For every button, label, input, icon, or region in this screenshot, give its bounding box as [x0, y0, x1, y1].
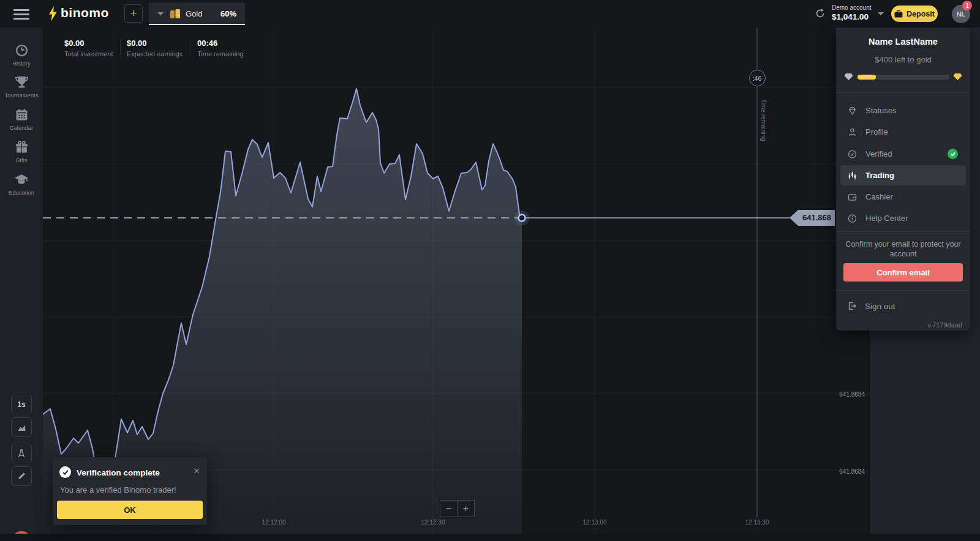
menu-hamburger-icon[interactable] [13, 9, 29, 22]
binomo-logo: binomo [61, 6, 109, 20]
bottom-strip [0, 534, 980, 541]
binomo-trading-app: 12:11:30 12:12:00 12:12:30 12:13:00 12:1… [0, 0, 980, 541]
sign-out-button[interactable]: Sign out [847, 301, 895, 311]
asset-name: Gold [186, 9, 202, 18]
menu-item-cashier[interactable]: Cashier [840, 187, 966, 207]
y-axis-label: 641.8684 [809, 391, 865, 398]
gold-progress-bar [858, 75, 949, 80]
check-circle-icon [59, 466, 71, 478]
menu-item-label: Statuses [865, 106, 897, 115]
stat-value: 00:46 [197, 39, 243, 48]
verification-toast: Verification complete × You are a verifi… [53, 457, 207, 525]
panel-divider [836, 92, 970, 93]
zoom-in-button[interactable]: + [457, 500, 475, 517]
asset-tab-gold[interactable]: Gold 60% [149, 2, 245, 25]
compass-icon [17, 449, 26, 458]
x-axis-label: 12:12:00 [262, 519, 286, 526]
chevron-down-icon[interactable] [157, 12, 164, 15]
toast-message: You are a verified Binomo trader! [60, 485, 176, 494]
current-price-tag: 641.868 [790, 210, 835, 226]
sign-out-label: Sign out [865, 302, 895, 311]
wallet-icon [894, 10, 903, 18]
menu-item-profile[interactable]: Profile [840, 122, 966, 142]
sign-out-icon [847, 301, 857, 311]
notification-count-badge: 1 [962, 1, 972, 10]
sidebar-item-education[interactable]: Education [0, 173, 43, 196]
top-bar: binomo + Gold 60% Demo account $1,041.00 [0, 0, 980, 28]
menu-item-help-center[interactable]: Help Center [840, 208, 966, 228]
account-switcher[interactable]: Demo account $1,041.00 [832, 4, 871, 21]
deposit-button[interactable]: Deposit [891, 6, 938, 22]
menu-item-statuses[interactable]: Statuses [840, 100, 966, 121]
account-type: Demo account [832, 4, 871, 11]
binomo-bolt-icon [48, 6, 58, 21]
indicators-button[interactable] [11, 444, 32, 463]
sidebar-item-label: Tournaments [5, 92, 39, 99]
stat-divider [190, 39, 191, 58]
menu-item-verified[interactable]: Verified [840, 144, 966, 164]
zoom-out-button[interactable]: − [440, 500, 458, 517]
time-remaining-axis-label: Time remaining [760, 99, 767, 141]
asset-payout: 60% [221, 9, 236, 18]
menu-item-label: Profile [865, 127, 888, 136]
sidebar-item-calendar[interactable]: Calendar [0, 108, 43, 131]
active-tab-underline [149, 24, 245, 25]
gem-icon [847, 106, 858, 116]
sidebar-item-label: Calendar [10, 124, 34, 131]
stat-value: $0.00 [127, 39, 183, 48]
history-clock-icon [15, 43, 29, 58]
gift-icon [15, 140, 29, 154]
verified-badge-icon [948, 149, 958, 159]
account-chevron-down-icon[interactable] [878, 12, 884, 15]
close-icon[interactable]: × [194, 465, 200, 477]
current-point-marker [519, 215, 526, 222]
account-balance: $1,041.00 [832, 12, 871, 21]
deposit-label: Deposit [907, 10, 935, 18]
panel-divider [836, 290, 970, 291]
stat-label: Total investment [64, 50, 113, 58]
area-chart-icon [17, 422, 27, 432]
sidebar-item-gifts[interactable]: Gifts [0, 140, 43, 163]
chart-type-button[interactable] [11, 417, 32, 437]
gold-progress-note: $400 left to gold [836, 55, 970, 64]
gold-diamond-icon [953, 73, 962, 81]
user-menu-panel: Name LastName $400 left to gold Statuses… [836, 28, 970, 330]
gold-bars-icon [170, 9, 181, 19]
stat-divider [120, 39, 121, 58]
wallet-outline-icon [847, 192, 858, 202]
menu-item-trading[interactable]: Trading [840, 165, 966, 185]
user-full-name: Name LastName [836, 37, 970, 47]
x-axis-label: 12:13:30 [745, 519, 769, 526]
person-icon [847, 127, 858, 137]
info-circle-icon [847, 214, 858, 223]
x-axis-label: 12:13:00 [583, 519, 607, 526]
menu-item-label: Help Center [865, 214, 908, 223]
stat-total-investment: $0.00 Total investment [64, 39, 113, 58]
timeframe-button[interactable]: 1s [11, 395, 32, 414]
menu-item-label: Trading [865, 171, 894, 180]
graduation-cap-icon [14, 173, 29, 187]
gold-progress-fill [858, 75, 876, 80]
silver-diamond-icon [844, 73, 853, 81]
toast-title: Verification complete [77, 468, 160, 477]
menu-item-label: Verified [865, 149, 892, 159]
sidebar-item-label: Education [9, 189, 34, 196]
sidebar-item-history[interactable]: History [0, 43, 43, 67]
stat-expected-earnings: $0.00 Expected earnings [127, 39, 183, 58]
add-asset-tab-button[interactable]: + [124, 4, 143, 23]
panel-divider [836, 231, 970, 232]
drawing-tools-button[interactable] [11, 466, 32, 486]
refresh-account-icon[interactable] [815, 8, 826, 19]
candlestick-icon [847, 171, 858, 181]
check-circle-outline-icon [847, 149, 858, 159]
toast-ok-button[interactable]: OK [57, 501, 203, 519]
sidebar-item-label: Gifts [15, 157, 28, 163]
sidebar-item-label: History [12, 60, 31, 67]
stat-value: $0.00 [64, 39, 113, 48]
stat-label: Time remaining [197, 50, 243, 58]
confirm-email-button[interactable]: Confirm email [843, 263, 963, 282]
left-sidebar: History Tournaments Calendar [0, 28, 43, 534]
sidebar-item-tournaments[interactable]: Tournaments [0, 75, 43, 99]
pencil-icon [17, 471, 26, 481]
menu-item-label: Cashier [865, 192, 893, 201]
